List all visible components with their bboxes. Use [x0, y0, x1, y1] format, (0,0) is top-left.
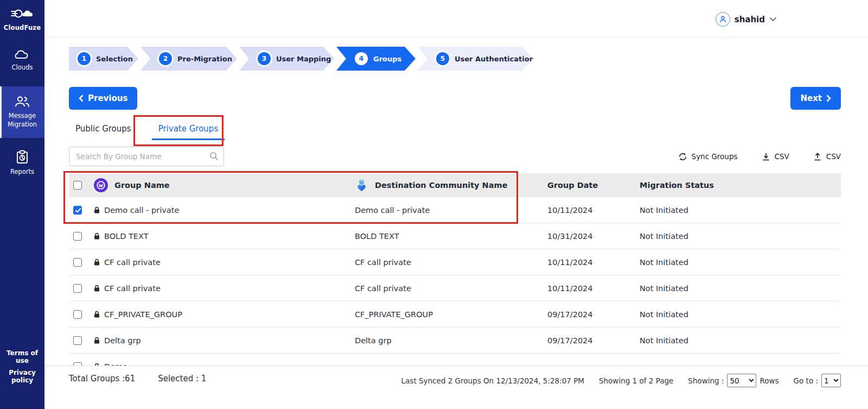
group-name: BOLD TEXT — [104, 232, 149, 241]
row-checkbox[interactable] — [73, 258, 82, 267]
privacy-policy-link[interactable]: Privacy policy — [0, 369, 44, 384]
destination-name: BOLD TEXT — [355, 232, 537, 241]
step-groups[interactable]: 4 Groups — [336, 47, 416, 71]
step-number: 5 — [436, 52, 449, 65]
chevron-left-icon — [79, 95, 84, 102]
upload-csv-button[interactable]: CSV — [813, 152, 841, 161]
step-number: 1 — [78, 52, 91, 65]
select-all-checkbox[interactable] — [73, 181, 82, 190]
table-header: Group Name — [69, 173, 841, 197]
destination-name: Delta grp — [355, 336, 537, 345]
app-root: CloudFuze Clouds Message Migration — [0, 0, 868, 409]
group-name: Demo call - private — [104, 206, 179, 215]
step-number: 4 — [355, 52, 368, 65]
group-name: CF call private — [104, 284, 161, 293]
total-groups: Total Groups :61 — [69, 374, 135, 383]
migration-status: Not Initiated — [634, 258, 841, 267]
page-info: Showing 1 of 2 Page — [599, 376, 673, 385]
sidebar-item-message-migration[interactable]: Message Migration — [0, 86, 44, 138]
destination-name: CF_PRIVATE_GROUP — [355, 310, 537, 319]
lock-icon — [94, 311, 100, 318]
row-checkbox[interactable] — [73, 284, 82, 293]
group-name: Delta grp — [104, 336, 141, 345]
col-group-name: Group Name — [114, 181, 170, 190]
row-checkbox[interactable] — [73, 310, 82, 319]
group-date: 10/31/2024 — [537, 232, 634, 241]
table-actions: Sync Groups CSV CSV — [678, 152, 841, 161]
col-group-date: Group Date — [537, 181, 634, 190]
sidebar-item-clouds[interactable]: Clouds — [0, 40, 44, 79]
previous-button[interactable]: Previous — [69, 87, 137, 110]
brand-name: CloudFuze — [2, 24, 42, 32]
cloudfuze-logo-icon — [10, 5, 34, 22]
table-row: Delta grp Delta grp 09/17/2024 Not Initi… — [69, 328, 841, 354]
next-button[interactable]: Next — [790, 87, 841, 110]
sidebar-item-label: Message Migration — [8, 112, 37, 129]
migration-status: Not Initiated — [634, 284, 841, 293]
group-name: CF call private — [104, 258, 161, 267]
people-icon — [14, 95, 30, 108]
terms-of-use-link[interactable]: Terms of use — [0, 349, 44, 364]
username: shahid — [735, 15, 765, 24]
lock-icon — [94, 232, 100, 240]
row-checkbox[interactable] — [73, 336, 82, 345]
col-migration-status: Migration Status — [634, 181, 841, 190]
cloud-icon — [14, 48, 30, 60]
tab-private-groups[interactable]: Private Groups — [152, 119, 225, 140]
step-number: 2 — [159, 52, 172, 65]
destination-community-icon — [355, 178, 368, 192]
migration-status: Not Initiated — [634, 206, 841, 215]
user-menu[interactable]: shahid — [716, 12, 777, 27]
lock-icon — [94, 285, 100, 292]
group-name: CF_PRIVATE_GROUP — [104, 310, 182, 319]
search-icon — [209, 152, 219, 161]
table-body: Demo call - private Demo call - private … — [69, 197, 841, 367]
search-input[interactable] — [69, 147, 224, 166]
search-box — [69, 147, 224, 166]
lock-icon — [94, 206, 100, 213]
sidebar-item-label: Reports — [10, 168, 34, 175]
table-row: CF call private CF call private 10/11/20… — [69, 249, 841, 275]
group-date: 10/11/2024 — [537, 258, 634, 267]
main-content: 1 Selection 2 Pre-Migration 3 User Mappi… — [44, 38, 868, 366]
download-icon — [762, 152, 770, 161]
table-row: BOLD TEXT BOLD TEXT 10/31/2024 Not Initi… — [69, 223, 841, 249]
migration-status: Not Initiated — [634, 336, 841, 345]
stepper: 1 Selection 2 Pre-Migration 3 User Mappi… — [69, 47, 841, 71]
brand-logo[interactable]: CloudFuze — [0, 0, 44, 36]
sidebar: CloudFuze Clouds Message Migration — [0, 0, 44, 409]
step-pre-migration[interactable]: 2 Pre-Migration — [141, 47, 237, 71]
destination-name: CF call private — [355, 284, 537, 293]
controls-row: Sync Groups CSV CSV — [69, 147, 841, 166]
download-csv-button[interactable]: CSV — [762, 152, 789, 161]
row-checkbox[interactable] — [73, 232, 82, 241]
lock-icon — [94, 337, 100, 344]
showing-label: Showing : — [688, 376, 724, 385]
rows-per-page-select[interactable]: 50 — [727, 374, 756, 387]
goto-page-select[interactable]: 1 — [821, 374, 841, 387]
step-user-mapping[interactable]: 3 User Mapping — [239, 47, 334, 71]
row-checkbox[interactable] — [73, 206, 82, 215]
group-date: 09/17/2024 — [537, 336, 634, 345]
step-user-authentication[interactable]: 5 User Authentication — [418, 47, 533, 71]
table-row: Demo — [69, 354, 841, 367]
sidebar-item-reports[interactable]: Reports — [0, 142, 44, 183]
destination-name: CF call private — [355, 258, 537, 267]
status-bar: Total Groups :61 Selected : 1 Last Synce… — [44, 366, 868, 409]
workplace-icon — [94, 178, 108, 192]
sidebar-links: Terms of use Privacy policy — [0, 345, 44, 384]
sync-groups-button[interactable]: Sync Groups — [678, 152, 738, 161]
group-date: 10/11/2024 — [537, 206, 634, 215]
last-synced: Last Synced 2 Groups On 12/13/2024, 5:28… — [401, 376, 584, 385]
migration-status: Not Initiated — [634, 232, 841, 241]
group-date: 10/11/2024 — [537, 284, 634, 293]
table-row: CF call private CF call private 10/11/20… — [69, 275, 841, 301]
migration-status: Not Initiated — [634, 310, 841, 319]
goto-label: Go to : — [794, 376, 818, 385]
topbar: shahid — [44, 0, 868, 38]
tab-public-groups[interactable]: Public Groups — [69, 119, 138, 140]
lock-icon — [94, 259, 100, 266]
step-selection[interactable]: 1 Selection — [69, 47, 138, 71]
nav-buttons-row: Previous Next — [69, 87, 841, 110]
sidebar-nav: Clouds Message Migration Reports — [0, 40, 44, 183]
